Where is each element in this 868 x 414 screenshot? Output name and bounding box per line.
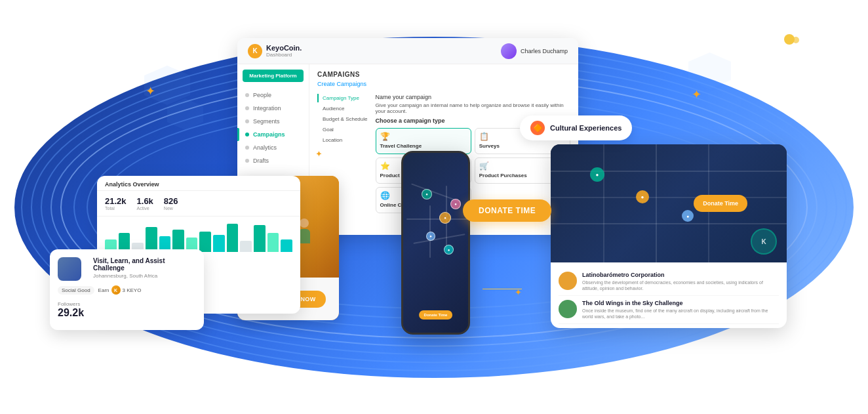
tablet-donate-time-btn[interactable]: Donate Time (694, 195, 747, 212)
challenge-bottom: Followers 29.2k (58, 300, 196, 320)
diamond-3: ✦ (315, 149, 323, 159)
sidebar-item-campaigns[interactable]: Campaigns (237, 128, 293, 141)
tag-social-good: Social Good (58, 286, 94, 295)
road-2 (406, 218, 468, 220)
sidebar-item-people[interactable]: People (237, 89, 279, 102)
t-pin-2: ● (636, 190, 649, 203)
person-head-3 (300, 218, 309, 228)
item-text-0: Latinobarómetro Corporation Observing th… (582, 272, 779, 291)
user-name: Charles Duchamp (521, 48, 568, 54)
phone-map: ● ● ● ● ● Donate Time (403, 153, 468, 333)
diamond-1: ✦ (146, 84, 155, 98)
nav-integration[interactable]: Integration (237, 102, 309, 115)
phone-donate-btn[interactable]: Donate Time (419, 310, 453, 320)
bar-14 (281, 239, 292, 252)
challenge-card: Visit, Learn, and Assist Challenge Johan… (50, 249, 204, 330)
challenge-title: Visit, Learn, and Assist Challenge (93, 257, 196, 272)
stat-total: 21.2k Total (105, 196, 127, 211)
marketing-platform-btn[interactable]: Marketing Platform (243, 70, 304, 82)
step-campaign-type[interactable]: Campaign Type (317, 94, 368, 102)
cultural-badge: 🔶 Cultural Experiences (520, 115, 632, 140)
t-road-2 (551, 197, 787, 198)
step-location[interactable]: Location (317, 136, 368, 144)
logo-name: KeyoCoin. (266, 44, 302, 52)
sidebar-item-segments[interactable]: Segments (237, 115, 288, 128)
bar-10 (227, 224, 239, 252)
nav-analytics[interactable]: Analytics (237, 141, 309, 154)
earn-amount: 3 KEYO (123, 287, 142, 293)
t-road-1 (551, 171, 787, 172)
stat-total-value: 21.2k (105, 196, 127, 206)
phone-mockup: ● ● ● ● ● Donate Time (401, 151, 470, 335)
cultural-icon: 🔶 (530, 121, 545, 135)
pin-2: ● (439, 212, 451, 224)
t-pin-3: ● (682, 210, 694, 222)
create-label[interactable]: Create Campaigns (317, 81, 570, 87)
challenge-image (58, 257, 81, 281)
list-item-1: The Old Wings in the Sky Challenge Once … (559, 296, 779, 324)
list-item-2: The Black Mamba Challenge Stroll through… (559, 324, 779, 328)
sidebar-item-drafts[interactable]: Drafts (237, 154, 277, 167)
tablet-map: ● ● ● Donate Time K (551, 144, 787, 262)
step-audience[interactable]: Audience (317, 104, 368, 113)
bar-9 (213, 235, 225, 252)
logo-sub: Dashboard (266, 52, 302, 58)
item-title-0: Latinobarómetro Corporation (582, 272, 779, 278)
active-indicator (237, 128, 239, 141)
keyo-coin-icon: K (111, 285, 121, 295)
nav-people[interactable]: People (237, 89, 309, 102)
bar-8 (199, 232, 211, 252)
road-3 (413, 234, 465, 244)
nav-drafts[interactable]: Drafts (237, 154, 309, 167)
pin-3: ● (426, 232, 435, 241)
stat-active: 1.6k Active (137, 196, 153, 211)
stat-active-label: Active (137, 206, 153, 211)
stat-new-label: New (164, 206, 178, 211)
dash-user: Charles Duchamp (501, 43, 568, 59)
step-goal[interactable]: Goal (317, 125, 368, 134)
nav-campaigns[interactable]: Campaigns (237, 128, 309, 141)
diamond-4: ✦ (515, 287, 522, 297)
cultural-text: Cultural Experiences (550, 124, 621, 132)
bar-13 (267, 233, 279, 252)
bar-6 (172, 230, 184, 252)
analytics-stats: 21.2k Total 1.6k Active 826 New (97, 191, 300, 217)
tablet-mockup: ● ● ● Donate Time K Latinobarómetro Corp… (551, 144, 787, 328)
step-budget[interactable]: Budget & Schedule (317, 115, 368, 123)
dash-logo: K KeyoCoin. Dashboard (248, 44, 302, 58)
nav-segments[interactable]: Segments (237, 115, 309, 128)
challenge-earn: Earn K 3 KEYO (98, 285, 142, 295)
earn-label: Earn (98, 287, 109, 293)
tablet-coin-icon: K (751, 228, 777, 255)
followers-label: Followers (58, 301, 84, 307)
challenge-location: Johannesburg, South Africa (93, 273, 196, 279)
donate-time-button[interactable]: DONATE TIME (463, 199, 551, 222)
pin-4: ● (450, 199, 461, 209)
item-text-1: The Old Wings in the Sky Challenge Once … (582, 300, 779, 320)
sidebar-item-integration[interactable]: Integration (237, 102, 289, 115)
campaign-card-travel[interactable]: 🏆 Travel Challenge (376, 128, 471, 154)
name-label: Name your campaign (376, 94, 571, 100)
name-desc: Give your campaign an internal name to h… (376, 102, 571, 114)
dash-header: K KeyoCoin. Dashboard Charles Duchamp (237, 38, 578, 64)
analytics-title: Analytics Overview (105, 181, 292, 188)
item-desc-0: Observing the development of democracies… (582, 279, 779, 291)
mini-bar-chart (187, 300, 196, 320)
list-item-0: Latinobarómetro Corporation Observing th… (559, 268, 779, 296)
challenge-header: Visit, Learn, and Assist Challenge Johan… (58, 257, 196, 283)
challenge-followers: Followers 29.2k (58, 301, 84, 319)
dash-logo-text: KeyoCoin. Dashboard (266, 44, 302, 58)
stat-total-label: Total (105, 206, 127, 211)
stat-new: 826 New (164, 196, 178, 211)
pin-5: ● (444, 245, 454, 255)
item-desc-1: Once inside the museum, find one of the … (582, 308, 779, 320)
page-content: K KeyoCoin. Dashboard Charles Duchamp Ma… (0, 0, 868, 414)
challenge-info: Visit, Learn, and Assist Challenge Johan… (93, 257, 196, 283)
travel-title: Travel Challenge (380, 143, 467, 149)
sidebar-item-analytics[interactable]: Analytics (237, 141, 285, 154)
diamond-2: ✦ (692, 87, 701, 102)
user-avatar (501, 43, 517, 59)
phone-screen: ● ● ● ● ● Donate Time (403, 153, 468, 333)
pin-1: ● (422, 189, 432, 199)
analytics-header: Analytics Overview (97, 176, 300, 191)
